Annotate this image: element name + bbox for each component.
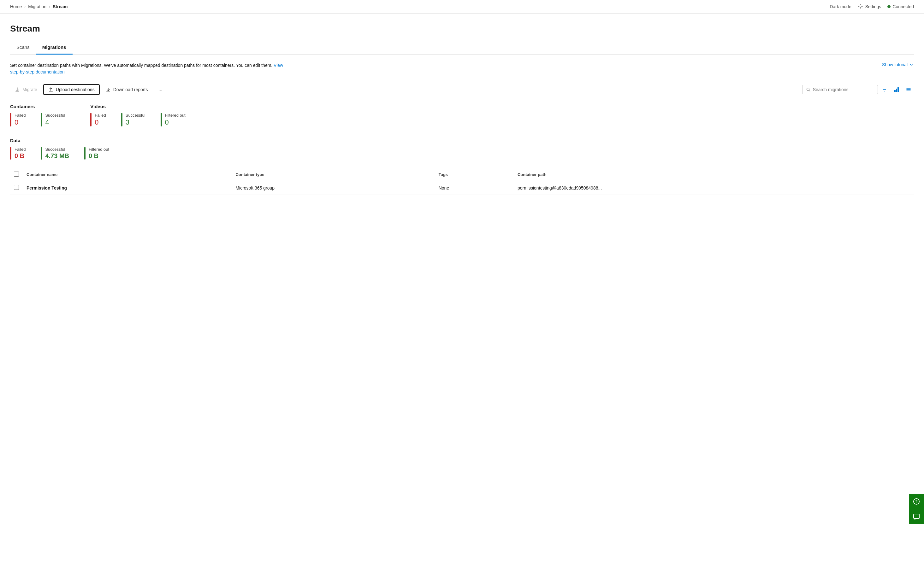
containers-successful-value: 4 [45,118,65,127]
breadcrumb-sep-2: › [49,4,50,9]
containers-failed-label: Failed [15,113,26,118]
data-stats-row: Failed 0 B Successful 4.73 MB Filtered o… [10,147,914,160]
svg-rect-6 [896,89,897,92]
containers-successful-stat: Successful 4 [41,113,65,127]
containers-stats-row: Failed 0 Successful 4 [10,113,65,127]
stats-top-row: Containers Failed 0 Successful 4 [10,104,914,135]
videos-successful-value: 3 [126,118,146,127]
upload-icon [48,87,53,92]
breadcrumb-home[interactable]: Home [10,4,22,9]
download-reports-label: Download reports [113,87,148,92]
col-header-container-type: Container type [232,168,435,181]
containers-failed-bar [10,113,11,127]
chart-button[interactable] [891,84,902,95]
data-stats: Data Failed 0 B Successful 4.73 MB Fil [10,138,914,160]
migrate-icon [15,87,20,92]
settings-label: Settings [865,4,881,9]
videos-failed-label: Failed [94,113,106,118]
data-failed-stat: Failed 0 B [10,147,26,160]
data-label: Data [10,138,914,143]
videos-successful-stat: Successful 3 [121,113,146,127]
main-content: Stream Scans Migrations Set container de… [0,13,924,195]
data-successful-value: 4.73 MB [45,152,69,160]
cell-tags: None [435,181,514,195]
svg-rect-5 [894,90,896,92]
svg-point-0 [860,6,861,7]
data-failed-bar [10,147,11,160]
containers-stats: Containers Failed 0 Successful 4 [10,104,65,135]
containers-failed-content: Failed 0 [15,113,26,127]
videos-stats: Videos Failed 0 Successful 3 [90,104,185,135]
tab-scans[interactable]: Scans [10,41,36,55]
table-row: Permission Testing Microsoft 365 group N… [10,181,914,195]
search-input[interactable] [813,87,874,92]
tab-migrations[interactable]: Migrations [36,41,73,55]
data-filtered-content: Filtered out 0 B [88,147,109,160]
videos-label: Videos [90,104,185,109]
data-filtered-stat: Filtered out 0 B [84,147,109,160]
data-successful-label: Successful [45,147,69,152]
videos-filtered-stat: Filtered out 0 [160,113,186,127]
show-tutorial-label: Show tutorial [882,62,908,67]
breadcrumb-migration[interactable]: Migration [28,4,46,9]
show-tutorial-btn[interactable]: Show tutorial [882,62,914,67]
topbar-right: Dark mode Settings Connected [830,4,914,9]
breadcrumb: Home › Migration › Stream [10,4,68,9]
migrations-table: Container name Container type Tags Conta… [10,168,914,195]
svg-rect-7 [897,87,899,92]
connected-badge: Connected [887,4,914,9]
containers-successful-bar [41,113,42,127]
containers-failed-stat: Failed 0 [10,113,26,127]
videos-failed-content: Failed 0 [94,113,106,127]
search-box[interactable] [802,85,878,94]
filter-button[interactable] [879,84,890,95]
videos-filtered-value: 0 [165,118,186,127]
data-failed-value: 0 B [15,152,26,160]
dark-mode-toggle[interactable]: Dark mode [830,4,851,9]
videos-successful-label: Successful [126,113,146,118]
row-checkbox-cell [10,181,23,195]
upload-destinations-label: Upload destinations [56,87,94,92]
description-row: Set container destination paths with Mig… [10,62,914,77]
data-filtered-value: 0 B [88,152,109,160]
description-text: Set container destination paths with Mig… [10,62,294,75]
more-options-label: ... [158,87,162,92]
migrate-label: Migrate [22,87,37,92]
videos-filtered-content: Filtered out 0 [165,113,186,127]
videos-failed-value: 0 [94,118,106,127]
list-icon [906,87,911,93]
data-successful-stat: Successful 4.73 MB [41,147,69,160]
topbar: Home › Migration › Stream Dark mode Sett… [0,0,924,13]
data-failed-label: Failed [15,147,26,152]
chevron-down-icon [909,62,914,67]
svg-rect-3 [106,91,110,92]
view-options-button[interactable] [903,84,914,95]
settings-link[interactable]: Settings [858,4,881,9]
upload-destinations-button[interactable]: Upload destinations [43,84,100,95]
container-name-value: Permission Testing [27,185,67,190]
data-successful-bar [41,147,42,160]
migrate-button[interactable]: Migrate [10,85,42,95]
gear-icon [858,4,863,9]
data-failed-content: Failed 0 B [15,147,26,160]
tabs-container: Scans Migrations [10,41,914,55]
data-filtered-label: Filtered out [88,147,109,152]
header-checkbox-cell [10,168,23,181]
filter-icon [882,87,887,93]
svg-rect-1 [15,91,19,92]
col-header-tags: Tags [435,168,514,181]
containers-successful-label: Successful [45,113,65,118]
row-checkbox[interactable] [14,185,19,190]
table-container: Container name Container type Tags Conta… [10,168,914,195]
data-successful-content: Successful 4.73 MB [45,147,69,160]
videos-failed-stat: Failed 0 [90,113,106,127]
header-checkbox[interactable] [14,172,19,176]
svg-rect-2 [49,91,53,92]
containers-failed-value: 0 [15,118,26,127]
cell-container-path: permissiontesting@a830edad905084988... [514,181,914,195]
more-options-button[interactable]: ... [154,85,167,95]
download-reports-button[interactable]: Download reports [101,85,153,95]
videos-stats-row: Failed 0 Successful 3 Filtered out 0 [90,113,185,127]
search-icon [806,87,810,92]
download-icon [106,87,111,92]
